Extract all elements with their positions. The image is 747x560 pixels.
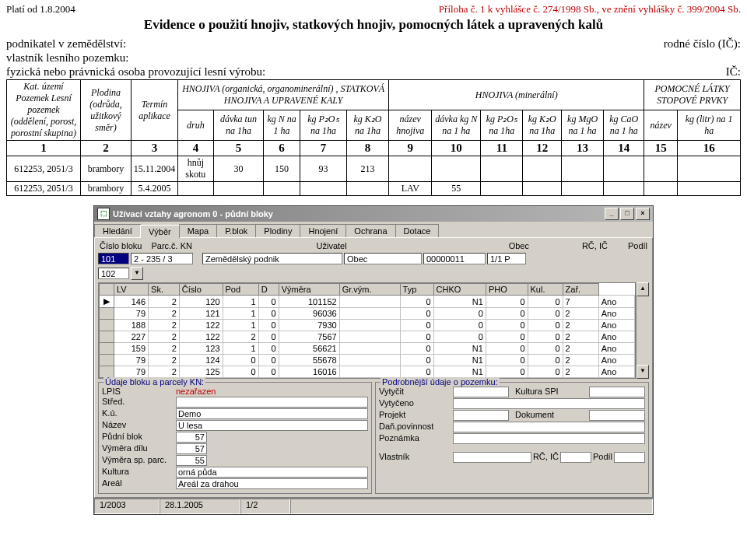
status-page: 1/2 (240, 499, 290, 514)
tab-pblok[interactable]: P.blok (216, 224, 256, 237)
ku-label: K.ú. (102, 408, 176, 419)
column-number-row: 1234 5678 9101112 13141516 (7, 141, 741, 156)
owner-label: vlastník lesního pozemku: (6, 51, 128, 65)
parcels-grid[interactable]: LVSk.Číslo PodDVýměra Gr.vým.TypCHKO PHO… (98, 282, 636, 379)
attachment-ref: Příloha č. 1 k vyhlášce č. 274/1998 Sb.,… (439, 3, 741, 16)
areal-value[interactable]: Areál za drahou (176, 478, 368, 489)
kultspi-value[interactable] (589, 387, 645, 397)
tab-hnojeni[interactable]: Hnojení (300, 224, 346, 237)
col11-header: kg P₂O₅ na 1ha (486, 114, 517, 136)
grid-scrollbar[interactable]: ▲ ▼ (636, 282, 649, 379)
soilblock-label: Půdní blok (102, 432, 176, 443)
municipality-input[interactable]: Obec (344, 253, 422, 264)
rc2-value[interactable] (560, 452, 591, 463)
vytyceno-label: Vytyčeno (379, 398, 453, 409)
blockno-dropdown[interactable]: 102 (98, 268, 129, 279)
plot-details-group: Podrobnější údaje o pozemku: VytyčitKult… (375, 382, 649, 494)
municipality-label: Obec (507, 241, 531, 250)
col8-header: kg K₂O na 1ha (353, 114, 381, 136)
col7-header: kg P₂O₅ na 1ha (307, 114, 338, 136)
grid-row[interactable]: 79212500160160N1002Ano (100, 366, 635, 378)
col10-header: dávka kg N na 1 ha (435, 114, 477, 136)
parcno-input[interactable]: 2 - 235 / 3 (131, 253, 193, 264)
scroll-down-icon[interactable]: ▼ (637, 365, 649, 379)
taxduty-value[interactable] (453, 422, 645, 432)
birthno-label: rodné číslo (IČ): (664, 37, 741, 51)
rcic-input[interactable]: 00000011 (423, 253, 486, 264)
grid-header-row: LVSk.Číslo PodDVýměra Gr.vým.TypCHKO PHO… (100, 284, 635, 296)
page-title: Evidence o použití hnojiv, statkových hn… (6, 17, 741, 33)
ic-label: IČ: (726, 65, 741, 79)
ku-value[interactable]: Demo (176, 408, 368, 419)
valid-from: Platí od 1.8.2004 (6, 3, 75, 16)
data-row: 612253, 2051/3brambory15.11.2004 hnůj sk… (7, 156, 741, 182)
center-label: Střed. (102, 397, 176, 408)
tab-dotace[interactable]: Dotace (395, 224, 440, 237)
tab-strip: Hledání Výběr Mapa P.blok Plodiny Hnojen… (94, 222, 653, 237)
tab-mapa[interactable]: Mapa (179, 224, 218, 237)
col4-header: druh (187, 120, 205, 131)
parcarea-label: Výměra sp. parc. (102, 455, 176, 466)
vytycit-value[interactable] (453, 387, 509, 397)
scroll-up-icon[interactable]: ▲ (637, 282, 649, 296)
status-date: 28.1.2005 (160, 499, 240, 514)
col12-header: kg K₂O na 1ha (528, 114, 556, 136)
block-details-caption: Údaje bloku a parcely KN: (103, 377, 205, 387)
vytyceno-value[interactable] (453, 398, 645, 409)
titlebar[interactable]: ⬚ Užívací vztahy agronom 0 - půdní bloky… (94, 206, 653, 222)
podil2-value[interactable] (614, 452, 645, 463)
kultspi-label: Kultura SPI (515, 387, 589, 397)
entrepreneur-label: podnikatel v zemědělství: (6, 37, 126, 51)
block-details-group: Údaje bloku a parcely KN: LPISnezařazen … (98, 382, 372, 494)
name-value[interactable]: U lesa (176, 420, 368, 431)
tab-ochrana[interactable]: Ochrana (345, 224, 395, 237)
grid-row[interactable]: 79212400556780N1002Ano (100, 355, 635, 366)
close-button[interactable]: × (636, 208, 650, 220)
col16-header: kg (litr) na 1 ha (686, 114, 733, 136)
rc2-label: RČ, IČ (531, 452, 560, 463)
center-value[interactable] (176, 397, 368, 408)
grid-row[interactable]: 188212210793000002Ano (100, 320, 635, 331)
projekt-value[interactable] (453, 410, 509, 421)
grid-row[interactable]: 159212310566210N1002Ano (100, 343, 635, 355)
grid-row[interactable]: 227212220756700002Ano (100, 331, 635, 343)
owner2-value[interactable] (453, 452, 531, 463)
lpis-value: nezařazen (176, 387, 216, 396)
note-value[interactable] (453, 433, 645, 444)
dropdown-arrow-icon[interactable]: ▼ (131, 267, 143, 280)
col2-header: Plodina (odrůda, užitkový směr) (89, 87, 122, 133)
note-label: Poznámka (379, 433, 453, 444)
areal-label: Areál (102, 478, 176, 489)
partarea-value[interactable]: 57 1257 (176, 443, 207, 454)
plot-details-caption: Podrobnější údaje o pozemku: (381, 377, 500, 387)
share-label: Podíl (626, 241, 649, 250)
soilblock-value[interactable]: 57 1257 (176, 432, 207, 443)
lpis-label: LPIS (102, 387, 176, 396)
projekt-label: Projekt (379, 410, 453, 421)
maximize-button[interactable]: □ (620, 208, 634, 220)
col6-header: kg N na 1 ha (267, 114, 296, 136)
tab-hledani[interactable]: Hledání (94, 224, 141, 237)
share-input[interactable]: 1/1 P (487, 253, 526, 264)
status-bar: 1/2003 28.1.2005 1/2 (94, 498, 653, 514)
name-label: Název (102, 420, 176, 431)
dokument-value[interactable] (589, 410, 645, 421)
owner2-label: Vlastník (379, 452, 453, 463)
forest-entity-label: fyzická nebo právnická osoba provozující… (6, 65, 265, 79)
parcarea-value[interactable]: 55 7171 (176, 455, 207, 466)
blockno-input[interactable]: 101 (98, 253, 129, 264)
vytycit-label: Vytyčit (379, 387, 453, 397)
tab-vyber[interactable]: Výběr (140, 225, 180, 238)
grid-row[interactable]: ▶1462120101011520N1007Ano (100, 296, 635, 308)
user-input[interactable]: Zemědělský podnik (202, 253, 342, 264)
grpA-header: HNOJIVA (organická, organominerální) , S… (182, 83, 384, 106)
culture-label: Kultura (102, 467, 176, 478)
taxduty-label: Daň.povinnost (379, 422, 453, 432)
col15-header: název (651, 120, 672, 131)
minimize-button[interactable]: _ (605, 208, 619, 220)
tab-plodiny[interactable]: Plodiny (255, 224, 300, 237)
culture-value[interactable]: orná půda (176, 467, 368, 478)
grpB-header: HNOJIVA (minerální) (475, 89, 558, 100)
data-row: 612253, 2051/3brambory5.4.2005 LAV 55 (7, 182, 741, 196)
grid-row[interactable]: 792121109603600002Ano (100, 308, 635, 320)
